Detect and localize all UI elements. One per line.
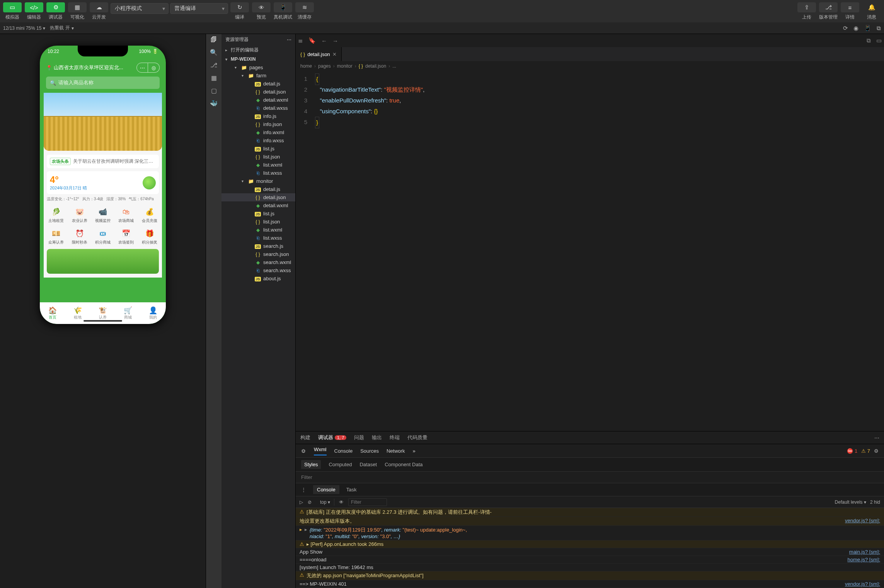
device-icon[interactable]: 📱 <box>864 25 871 32</box>
warn-count[interactable]: ⚠ 7 <box>861 448 870 454</box>
compile-button[interactable]: ↻编译 <box>230 2 250 21</box>
file-item[interactable]: ⎗search.wxss <box>221 266 295 274</box>
grid-item[interactable]: 🥬土地租赁 <box>45 206 67 223</box>
close-icon[interactable]: ✕ <box>332 51 337 57</box>
file-item[interactable]: { }detail.json <box>221 193 295 201</box>
file-item[interactable]: ◆detail.wxml <box>221 96 295 104</box>
clear-cache-button[interactable]: ≋清缓存 <box>295 2 315 21</box>
stop-icon[interactable]: ◉ <box>853 25 858 32</box>
mode-select[interactable]: 小程序模式 <box>111 3 169 14</box>
rotate-icon[interactable]: ⟳ <box>843 25 848 32</box>
drawer-menu-icon[interactable]: ⋮ <box>301 487 306 493</box>
folder-item[interactable]: ▾📁farm <box>221 72 295 80</box>
file-item[interactable]: JSabout.js <box>221 274 295 283</box>
breadcrumb[interactable]: home› pages› monitor› { }detail.json› ..… <box>296 61 884 71</box>
search-input[interactable]: 🔍请输入商品名称 <box>46 77 160 89</box>
visualize-button[interactable]: ▦可视化 <box>67 2 87 21</box>
file-item[interactable]: JSdetail.js <box>221 80 295 88</box>
mini-program-capsule[interactable]: ⋯◎ <box>136 63 160 73</box>
file-item[interactable]: { }detail.json <box>221 88 295 96</box>
clear-icon[interactable]: ⊘ <box>308 499 312 505</box>
device-select[interactable]: 12/13 mini 75% 15 ▾ <box>3 26 45 31</box>
levels-select[interactable]: Default levels ▾ 2 hid <box>835 499 880 505</box>
inspect-icon[interactable]: ⯐ <box>301 448 306 454</box>
box-icon[interactable]: ▢ <box>211 87 217 94</box>
file-item[interactable]: JSinfo.js <box>221 112 295 120</box>
grid-item[interactable]: ⏰限时秒杀 <box>68 227 90 245</box>
location-text[interactable]: 山西省太原市尖草坪区迎宾北... <box>54 64 123 71</box>
tab-build[interactable]: 构建 <box>300 434 310 441</box>
styles-tab-computed[interactable]: Computed <box>329 462 352 467</box>
folder-item[interactable]: ▾📁monitor <box>221 177 295 185</box>
git-icon[interactable]: ⎇ <box>210 61 217 69</box>
promo-banner[interactable] <box>47 249 159 274</box>
tab-terminal[interactable]: 终端 <box>390 434 400 441</box>
grid-item[interactable]: 🎟积分商城 <box>92 227 114 245</box>
tab-output[interactable]: 输出 <box>372 434 382 441</box>
compile-select[interactable]: 普通编译 <box>170 3 228 14</box>
file-item[interactable]: JSlist.js <box>221 145 295 153</box>
tab-code-quality[interactable]: 代码质量 <box>407 434 428 441</box>
console-log[interactable]: ⚠[基础库] 正在使用灰度中的基础库 2.27.3 进行调试。如有问题，请前往工… <box>296 508 884 588</box>
styles-tab-dataset[interactable]: Dataset <box>359 462 377 467</box>
file-item[interactable]: JSdetail.js <box>221 185 295 193</box>
file-item[interactable]: ⎗detail.wxss <box>221 104 295 112</box>
split-icon[interactable]: ⧉ <box>867 37 871 44</box>
snapshot-icon[interactable]: ⧉ <box>877 25 881 32</box>
editor-button[interactable]: </>编辑器 <box>24 2 44 21</box>
file-item[interactable]: ◆info.wxml <box>221 128 295 136</box>
version-button[interactable]: ⎇版本管理 <box>818 2 838 21</box>
ext-icon[interactable]: ▦ <box>211 74 217 82</box>
grid-item[interactable]: 📹视频监控 <box>92 206 114 223</box>
file-item[interactable]: ◆list.wxml <box>221 161 295 169</box>
hot-reload-toggle[interactable]: 热重载 开 ▾ <box>50 25 73 31</box>
styles-tab-styles[interactable]: Styles <box>301 460 321 469</box>
news-ticker[interactable]: 农场头条 关于胡云在甘孜州调研时强调 深化三产融合 助力... <box>47 155 159 168</box>
code-editor[interactable]: 12345 { "navigationBarTitleText": "视频监控详… <box>296 71 884 431</box>
upload-button[interactable]: ⇪上传 <box>797 2 817 21</box>
file-item[interactable]: ◆search.wxml <box>221 258 295 266</box>
grid-item[interactable]: 🛍农场商城 <box>115 206 137 223</box>
grid-item[interactable]: 💴众筹认养 <box>45 227 67 245</box>
grid-item[interactable]: 💰会员充值 <box>139 206 160 223</box>
log-source-link[interactable]: main.js? [sm]: <box>849 549 880 555</box>
tab-problems[interactable]: 问题 <box>354 434 364 441</box>
tab-me[interactable]: 👤我的 <box>141 302 166 324</box>
preview-button[interactable]: 👁预览 <box>251 2 271 21</box>
devtab-console[interactable]: Console <box>334 448 353 454</box>
docker-icon[interactable]: 🐳 <box>210 100 218 107</box>
file-item[interactable]: ◆list.wxml <box>221 226 295 234</box>
search-icon[interactable]: 🔍 <box>210 49 218 56</box>
weather-card[interactable]: 4° 2024年03月17日 晴 <box>47 171 159 194</box>
file-item[interactable]: JSlist.js <box>221 210 295 218</box>
hero-banner[interactable] <box>44 93 162 151</box>
file-item[interactable]: JSsearch.js <box>221 242 295 250</box>
panel-more-icon[interactable]: ⋯ <box>874 435 879 441</box>
devtab-wxml[interactable]: Wxml <box>314 447 327 455</box>
gear-icon[interactable]: ⚙ <box>874 448 879 454</box>
message-button[interactable]: 🔔消息 <box>862 2 882 21</box>
devtab-network[interactable]: Network <box>387 448 405 454</box>
log-source-link[interactable]: home.js? [sm]: <box>847 557 880 562</box>
console-filter-input[interactable] <box>348 498 387 506</box>
log-source-link[interactable]: vendor.js? [sm]: <box>845 581 880 587</box>
forward-icon[interactable]: → <box>332 37 338 44</box>
grid-item[interactable]: 🎁积分抽奖 <box>139 227 160 245</box>
outline-icon[interactable]: ≣ <box>298 37 303 44</box>
grid-item[interactable]: 🐷农业认养 <box>68 206 90 223</box>
simulator-button[interactable]: ▭模拟器 <box>2 2 22 21</box>
more-icon[interactable]: ⋯ <box>287 37 291 43</box>
drawer-console[interactable]: Console <box>313 485 339 494</box>
file-item[interactable]: ◆detail.wxml <box>221 201 295 210</box>
file-item[interactable]: { }search.json <box>221 250 295 258</box>
file-item[interactable]: ⎗list.wxss <box>221 169 295 177</box>
open-editors-section[interactable]: ▸打开的编辑器 <box>221 45 295 55</box>
styles-filter-input[interactable] <box>301 474 879 480</box>
folder-item[interactable]: ▾📁pages <box>221 63 295 72</box>
tab-debugger[interactable]: 调试器1, 7 <box>318 434 346 441</box>
bookmark-icon[interactable]: 🔖 <box>308 37 316 44</box>
remote-debug-button[interactable]: 📱真机调试 <box>273 2 293 21</box>
editor-tab-active[interactable]: { } detail.json ✕ <box>296 47 342 61</box>
grid-item[interactable]: 📅农场签到 <box>115 227 137 245</box>
eye-icon[interactable]: 👁 <box>339 499 344 505</box>
